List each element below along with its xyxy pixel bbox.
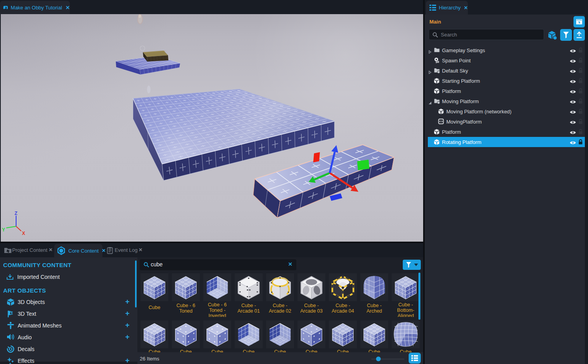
- svg-text:Y: Y: [2, 227, 5, 233]
- svg-text:X: X: [22, 231, 25, 236]
- svg-text:Z: Z: [15, 211, 17, 216]
